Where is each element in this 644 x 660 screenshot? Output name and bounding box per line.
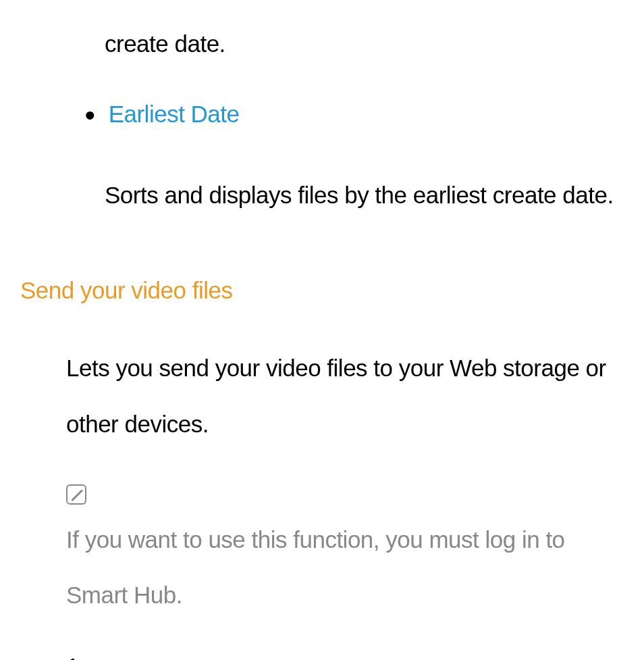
fragment-previous: create date. xyxy=(105,27,624,60)
note-row: If you want to use this function, you mu… xyxy=(66,479,624,624)
bullet-item-earliest-date: ● Earliest Date xyxy=(84,97,624,130)
note-text: If you want to use this function, you mu… xyxy=(66,512,599,624)
option-title-earliest-date: Earliest Date xyxy=(109,101,240,127)
option-description-earliest-date: Sorts and displays files by the earliest… xyxy=(105,168,624,223)
step-number: 1. xyxy=(66,650,88,660)
section-intro: Lets you send your video files to your W… xyxy=(66,340,624,452)
bullet-icon: ● xyxy=(84,101,95,128)
note-icon xyxy=(66,484,86,505)
step-row-1: 1. To send video files in the file list, xyxy=(66,650,624,660)
section-heading-send-video: Send your video files xyxy=(20,274,624,307)
